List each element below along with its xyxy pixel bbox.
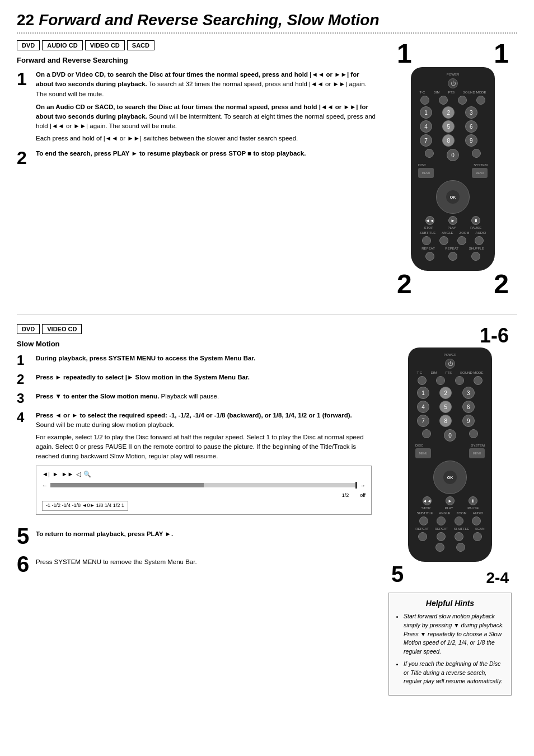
- repeat-btn-2: [418, 532, 427, 541]
- slow-motion-content: DVD VIDEO CD Slow Motion 1 During playba…: [17, 324, 372, 696]
- zoom-btn-1: [457, 236, 466, 245]
- remote-2: POWER ⏻ T-C DIM FTS SOUND MODE: [408, 348, 492, 562]
- helpful-hints-box: Helpful Hints Start forward slow motion …: [388, 593, 512, 696]
- hint-1: Start forward slow motion playback simpl…: [404, 612, 504, 656]
- nav-circle-2: OK: [433, 461, 467, 494]
- btn-6-2: 6: [462, 401, 475, 413]
- scale-track: ◄| ► ►► ◁ 🔍: [42, 469, 366, 479]
- sound-mode-btn-2: [474, 376, 483, 385]
- step-1-bold: On a DVD or Video CD, to search the Disc…: [36, 71, 359, 87]
- title-text: Forward and Reverse Searching, Slow Moti…: [39, 11, 379, 29]
- btn-4: 4: [420, 120, 432, 133]
- slow-step-6-content: Press SYSTEM MENU to remove the System M…: [36, 553, 372, 575]
- sys-menu-btn-1: MENU: [472, 168, 488, 178]
- tc-btn-2: [418, 376, 427, 385]
- play-btn-2: ►: [446, 496, 455, 505]
- nav-area-1: OK: [415, 180, 490, 214]
- hints-list: Start forward slow motion playback simpl…: [396, 612, 504, 686]
- step-4-extra: For example, select 1/2 to play the Disc…: [36, 433, 372, 462]
- scale-position: -1 -1/2 -1/4 -1/8 ◄0► 1/8 1/4 1/2 1: [42, 501, 128, 511]
- subtitle-labels-2: SUBTITLE ANGLE ZOOM AUDIO: [413, 511, 488, 515]
- dim-btn: [439, 96, 448, 105]
- repeat-labels-1: REPEAT REPEAT SHUFFLE: [415, 247, 490, 250]
- step-2-number: 2: [17, 149, 30, 167]
- section-divider: [17, 314, 517, 315]
- scale-icon-ff: ►►: [62, 469, 74, 479]
- repeat2-btn-2: [437, 532, 446, 541]
- display-btn: [472, 149, 481, 158]
- return-zero-display: 0: [415, 149, 490, 161]
- btn-1-2: 1: [417, 387, 429, 399]
- btn-3: 3: [465, 106, 477, 119]
- slow-step-4: 4 Press ◄ or ► to select the required sp…: [17, 411, 372, 519]
- bottom-labels-1: SUBTITLE ANGLE ZOOM AUDIO: [415, 231, 490, 234]
- audio-btn-2: [472, 516, 481, 525]
- btn-0-2: 0: [444, 429, 456, 442]
- progress-bar-row: ← →: [42, 481, 366, 490]
- badge-audio-cd: AUDIO CD: [42, 40, 82, 50]
- forward-reverse-section: DVD AUDIO CD VIDEO CD SACD Forward and R…: [17, 40, 517, 298]
- btn-2: 2: [442, 106, 455, 119]
- spacer-bottom-1: [414, 290, 492, 298]
- power-button-2: ⏻: [445, 359, 455, 369]
- step-2: 2 To end the search, press PLAY ► to res…: [17, 149, 377, 167]
- slow-step-5: 5 To return to normal playback, press PL…: [17, 525, 372, 547]
- slow-step-1: 1 During playback, press SYSTEM MENU to …: [17, 354, 372, 367]
- remote-top-2: 1-6: [391, 324, 509, 348]
- playback-row-1: ◄◄ ► ⏸: [415, 216, 490, 225]
- scale-icon-slow: ◁: [76, 469, 81, 479]
- progress-fill: [50, 483, 204, 487]
- power-btn-row-2: ⏻: [413, 359, 488, 369]
- hints-title: Helpful Hints: [396, 599, 504, 608]
- display-btn-2: [469, 429, 478, 438]
- step-1-bold-2: On an Audio CD or SACD, to search the Di…: [36, 104, 368, 120]
- scan-btn-2: [473, 532, 482, 541]
- repeat-btns-2: [413, 532, 488, 541]
- remote-num-right-1: 1: [494, 40, 509, 67]
- slow-step-1-content: During playback, press SYSTEM MENU to ac…: [36, 354, 372, 367]
- repeat-labels-2: REPEAT REPEAT SHUFFLE SCAN: [413, 527, 488, 530]
- ab-btn-2: [435, 543, 444, 552]
- power-label-2: POWER: [444, 353, 457, 356]
- scale-icon-prev: ◄|: [42, 469, 50, 479]
- disc-menu-btn-1: MENU: [418, 168, 434, 178]
- shuffle-btn-2: [455, 532, 463, 541]
- bottom-btns-1: [415, 236, 490, 245]
- stop-play-labels-2: STOP PLAY PAUSE: [413, 506, 488, 510]
- btn-8-2: 8: [439, 415, 452, 427]
- scale-icon-search: 🔍: [83, 469, 91, 479]
- step-1-number: 1: [17, 70, 30, 143]
- angle-btn-2: [437, 516, 446, 525]
- zoom-btn-2: [455, 516, 463, 525]
- progress-bar: [50, 483, 357, 487]
- slow-step-5-content: To return to normal playback, press PLAY…: [36, 525, 372, 547]
- slow-step-4-num: 4: [17, 411, 30, 519]
- disc-label-1: DISC: [418, 163, 426, 167]
- sys-menu-btn-2: MENU: [469, 448, 485, 458]
- ok-btn-1: OK: [446, 190, 460, 204]
- slow-step-6-num: 6: [17, 553, 30, 575]
- audio-btn-1: [475, 236, 484, 245]
- step-2-content: To end the search, press PLAY ► to resum…: [36, 149, 377, 167]
- forward-reverse-content: DVD AUDIO CD VIDEO CD SACD Forward and R…: [17, 40, 377, 298]
- disc-sys-btns: MENU MENU: [415, 168, 490, 178]
- power-btn-row-1: ⏻: [415, 78, 490, 88]
- slow-motion-section: DVD VIDEO CD Slow Motion 1 During playba…: [17, 324, 517, 696]
- pause-btn-2: ⏸: [469, 496, 477, 505]
- format-badges-1: DVD AUDIO CD VIDEO CD SACD: [17, 40, 377, 50]
- btn-9: 9: [465, 134, 477, 147]
- step-1-content: On a DVD or Video CD, to search the Disc…: [36, 70, 377, 143]
- stop-play-pause-labels: STOP PLAY PAUSE: [415, 226, 490, 229]
- slow-step-2-num: 2: [17, 373, 30, 386]
- btn-7: 7: [420, 134, 432, 147]
- remote-num-24: 2-4: [486, 569, 509, 587]
- repeat-btns-1: [415, 252, 490, 261]
- return-zero-display-2: 0: [413, 429, 488, 442]
- sound-mode-btn: [476, 96, 485, 105]
- btn-5: 5: [442, 120, 455, 133]
- badge-video-cd-2: VIDEO CD: [42, 324, 82, 334]
- btn-3-2: 3: [462, 387, 475, 399]
- remote-num-16: 1-6: [480, 324, 509, 348]
- btn-6: 6: [465, 120, 477, 133]
- disc-sys-btns-2: MENU MENU: [413, 448, 488, 458]
